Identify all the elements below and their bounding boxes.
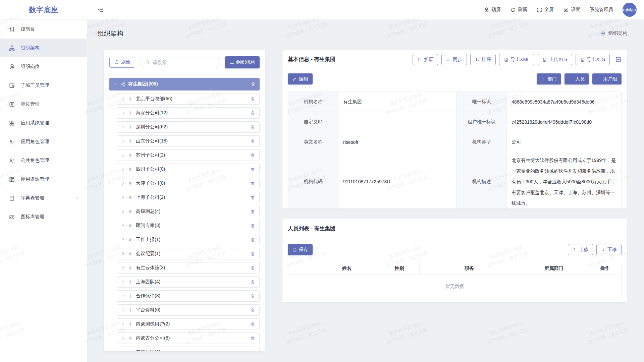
delete-icon[interactable] xyxy=(250,125,255,130)
chevron-right-icon[interactable] xyxy=(121,238,125,242)
tree-node[interactable]: 有生云体验(3) xyxy=(117,262,260,274)
tree-node[interactable]: 合作伙伴(8) xyxy=(117,290,260,302)
chevron-right-icon[interactable] xyxy=(121,266,125,270)
delete-icon[interactable] xyxy=(250,111,255,116)
chevron-right-icon[interactable] xyxy=(121,322,125,326)
move-up-button[interactable]: 上移 xyxy=(568,244,593,255)
chevron-right-icon[interactable] xyxy=(121,252,125,256)
tree-node[interactable]: 内蒙测试用户(2) xyxy=(117,318,260,330)
tree-node[interactable]: 平台资料(0) xyxy=(117,304,260,316)
upload-xls-button[interactable]: 上传XLS xyxy=(538,54,572,65)
chevron-right-icon[interactable] xyxy=(121,181,125,185)
collapse-panel-icon[interactable] xyxy=(615,56,622,63)
delete-icon[interactable] xyxy=(250,294,255,299)
delete-icon[interactable] xyxy=(250,350,255,352)
tree-node[interactable]: 四川子公司(0) xyxy=(117,164,260,175)
tree-node[interactable]: 管理员组(9) xyxy=(117,347,260,351)
tree-node[interactable]: 北京平台总部(66) xyxy=(117,93,260,105)
delete-icon[interactable] xyxy=(250,265,255,270)
delete-icon[interactable] xyxy=(250,251,255,256)
tree-node[interactable]: 上海子公司(2) xyxy=(117,192,260,203)
chevron-down-icon xyxy=(113,82,118,86)
delete-icon[interactable] xyxy=(250,97,255,102)
delete-icon[interactable] xyxy=(250,223,255,228)
tree-node[interactable]: 内蒙古分公司(8) xyxy=(117,333,260,344)
tree-node[interactable]: 高级副总(4) xyxy=(117,206,260,217)
chevron-right-icon[interactable] xyxy=(121,224,125,228)
department-branch-icon xyxy=(128,223,133,228)
chevron-right-icon[interactable] xyxy=(121,350,125,351)
current-user[interactable]: 系统管理员 xyxy=(590,7,613,13)
fullscreen-button[interactable]: 全屏 xyxy=(537,7,554,13)
expand-button[interactable]: 扩展 xyxy=(413,54,438,65)
save-button[interactable]: 保存 xyxy=(288,244,313,255)
sidebar-item-app-resource[interactable]: 应用资源管理 xyxy=(0,170,87,189)
delete-icon[interactable] xyxy=(250,181,255,186)
tree-refresh-button[interactable]: 刷新 xyxy=(109,57,135,68)
delete-icon[interactable] xyxy=(250,195,255,200)
tree-node[interactable]: 海淀分公司(12) xyxy=(117,107,260,119)
chevron-right-icon[interactable] xyxy=(121,125,125,129)
chevron-right-icon[interactable] xyxy=(121,195,125,199)
tree-node[interactable]: 深圳分公司(62) xyxy=(117,121,260,133)
sidebar-item-org-structure[interactable]: 组织架构 xyxy=(0,39,87,57)
chevron-right-icon[interactable] xyxy=(121,153,125,157)
chevron-right-icon[interactable] xyxy=(121,209,125,214)
settings-button[interactable]: 设置 xyxy=(563,7,580,13)
add-person-button[interactable]: 人员 xyxy=(565,73,589,84)
menu-fold-icon[interactable] xyxy=(97,6,104,13)
sidebar-item-console[interactable]: 控制台 xyxy=(0,20,87,39)
lock-screen-button[interactable]: 锁屏 xyxy=(484,7,501,13)
tree-node[interactable]: 天津子公司(0) xyxy=(117,178,260,189)
sort-button[interactable]: 排序 xyxy=(470,54,496,65)
frame-icon xyxy=(9,82,15,89)
user-role-icon xyxy=(9,158,15,164)
delete-icon[interactable] xyxy=(250,209,255,214)
delete-icon[interactable] xyxy=(250,322,255,327)
move-down-button[interactable]: 下移 xyxy=(596,244,622,255)
avatar[interactable]: mMan xyxy=(623,3,637,17)
chevron-right-icon[interactable] xyxy=(121,336,125,340)
chevron-right-icon[interactable] xyxy=(121,97,125,101)
tree-node[interactable]: 工作上报(1) xyxy=(117,234,260,245)
org-agency-button[interactable]: 组织机构 xyxy=(225,56,260,68)
add-department-button[interactable]: 部门 xyxy=(537,73,561,84)
sidebar-item-app-system[interactable]: 应用系统管理 xyxy=(0,114,87,132)
edit-button[interactable]: 编辑 xyxy=(288,73,313,84)
tree-node[interactable]: 山东分公司(18) xyxy=(117,135,260,147)
chevron-right-icon[interactable] xyxy=(121,280,125,284)
tree-node[interactable]: 上海团队(4) xyxy=(117,276,260,288)
add-usergroup-button[interactable]: 用户组 xyxy=(592,73,622,84)
chevron-right-icon[interactable] xyxy=(121,139,125,143)
export-xls-button[interactable]: 导出XLS xyxy=(576,54,610,65)
sidebar-item-position-mgmt[interactable]: 职位管理 xyxy=(0,95,87,114)
pencil-icon xyxy=(292,77,297,81)
delete-icon[interactable] xyxy=(250,308,255,313)
delete-icon[interactable] xyxy=(250,280,255,285)
breadcrumb[interactable]: 组织架构 xyxy=(600,31,627,37)
export-xml-button[interactable]: 导出XML xyxy=(499,54,534,65)
chevron-right-icon[interactable] xyxy=(121,111,125,115)
refresh-button[interactable]: 刷新 xyxy=(510,7,527,13)
delete-icon[interactable] xyxy=(250,336,255,341)
tree-node[interactable]: 会议纪要(1) xyxy=(117,248,260,259)
tree-node[interactable]: 顾问专家(3) xyxy=(117,220,260,231)
search-input[interactable] xyxy=(153,60,215,65)
tree-node[interactable]: 苏州子公司(2) xyxy=(117,149,260,161)
sidebar-item-public-role[interactable]: 公共角色管理 xyxy=(0,151,87,170)
sidebar-item-dictionary[interactable]: 字典表管理 xyxy=(0,189,87,207)
delete-icon[interactable] xyxy=(250,139,255,144)
sidebar-item-org-position[interactable]: 组织岗位 xyxy=(0,57,87,76)
sync-button[interactable]: 同步 xyxy=(441,54,467,65)
chevron-right-icon[interactable] xyxy=(121,167,125,171)
delete-icon[interactable] xyxy=(250,167,255,172)
delete-icon[interactable] xyxy=(251,82,256,87)
sidebar-item-subdomain-admins[interactable]: 子域三员管理 xyxy=(0,76,87,95)
tree-root-node[interactable]: 有生集团(209) xyxy=(109,78,260,90)
delete-icon[interactable] xyxy=(250,153,255,158)
delete-icon[interactable] xyxy=(250,237,255,242)
sidebar-item-app-role[interactable]: 应用角色管理 xyxy=(0,132,87,151)
chevron-right-icon[interactable] xyxy=(121,308,125,312)
sidebar-item-icon-library[interactable]: 图标库管理 xyxy=(0,207,87,226)
chevron-right-icon[interactable] xyxy=(121,294,125,298)
